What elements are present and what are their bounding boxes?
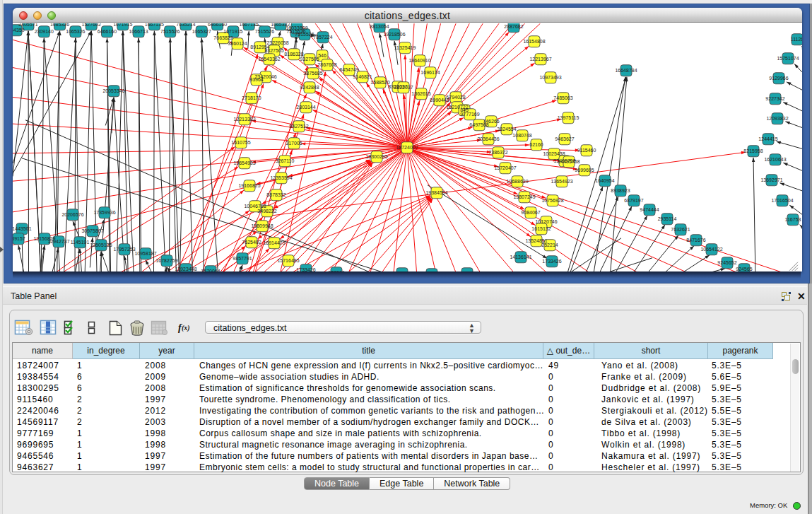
svg-text:1667135: 1667135 bbox=[240, 23, 259, 27]
svg-text:14136141: 14136141 bbox=[510, 255, 531, 259]
svg-text:20053346: 20053346 bbox=[102, 88, 124, 93]
svg-text:19654983: 19654983 bbox=[233, 160, 255, 165]
svg-text:9327505: 9327505 bbox=[300, 57, 319, 62]
svg-text:10958187: 10958187 bbox=[134, 251, 156, 256]
svg-text:1640954: 1640954 bbox=[595, 178, 614, 183]
svg-text:19218506: 19218506 bbox=[383, 32, 405, 37]
svg-text:6466160: 6466160 bbox=[208, 23, 227, 27]
svg-text:8454749: 8454749 bbox=[339, 67, 358, 72]
svg-text:16914479: 16914479 bbox=[263, 240, 285, 245]
svg-text:1080748: 1080748 bbox=[512, 133, 531, 138]
svg-text:16033809: 16033809 bbox=[286, 25, 307, 30]
svg-text:13654923: 13654923 bbox=[551, 179, 572, 184]
svg-text:(x): (x) bbox=[182, 324, 190, 332]
svg-text:8938923: 8938923 bbox=[611, 188, 630, 193]
svg-text:23226058: 23226058 bbox=[266, 40, 288, 45]
svg-text:8878332: 8878332 bbox=[266, 192, 286, 197]
svg-text:7515526: 7515526 bbox=[255, 29, 274, 34]
svg-text:12093832: 12093832 bbox=[766, 116, 788, 121]
svg-text:1071915: 1071915 bbox=[223, 29, 242, 34]
svg-text:9084067: 9084067 bbox=[521, 210, 540, 215]
svg-text:16648784: 16648784 bbox=[615, 68, 637, 73]
svg-text:20364436: 20364436 bbox=[477, 136, 499, 141]
svg-text:9245652: 9245652 bbox=[717, 260, 736, 265]
svg-text:15716485: 15716485 bbox=[277, 258, 299, 263]
svg-text:62160: 62160 bbox=[529, 142, 543, 147]
svg-text:8471676: 8471676 bbox=[686, 238, 705, 243]
svg-text:1696174: 1696174 bbox=[420, 70, 440, 75]
svg-text:7386372: 7386372 bbox=[488, 150, 507, 155]
svg-text:9146821: 9146821 bbox=[353, 74, 372, 79]
svg-text:7632621: 7632621 bbox=[671, 227, 690, 232]
svg-text:6466160: 6466160 bbox=[98, 29, 117, 34]
svg-text:14495758: 14495758 bbox=[558, 159, 579, 164]
svg-text:1733426: 1733426 bbox=[542, 259, 561, 264]
svg-text:317006: 317006 bbox=[286, 141, 302, 146]
svg-text:1588520: 1588520 bbox=[370, 80, 389, 85]
svg-text:7625402: 7625402 bbox=[242, 240, 261, 245]
svg-text:1667135: 1667135 bbox=[145, 23, 164, 27]
svg-text:1066713: 1066713 bbox=[129, 29, 148, 34]
svg-text:9474444: 9474444 bbox=[640, 207, 659, 212]
svg-text:9777169: 9777169 bbox=[460, 112, 479, 117]
svg-text:20206576: 20206576 bbox=[61, 212, 83, 217]
svg-text:16154808: 16154808 bbox=[523, 39, 545, 44]
svg-text:18724007: 18724007 bbox=[396, 145, 418, 150]
svg-text:1071915: 1071915 bbox=[113, 23, 132, 27]
svg-text:3267110: 3267110 bbox=[276, 158, 295, 163]
svg-text:17957253: 17957253 bbox=[113, 247, 135, 252]
svg-text:11126: 11126 bbox=[791, 37, 802, 42]
svg-text:7485063: 7485063 bbox=[553, 95, 572, 100]
svg-text:924565: 924565 bbox=[736, 267, 752, 271]
svg-text:144350: 144350 bbox=[13, 28, 25, 33]
svg-text:8427512: 8427512 bbox=[289, 124, 308, 129]
svg-text:1244415: 1244415 bbox=[758, 136, 777, 141]
svg-text:30975867: 30975867 bbox=[81, 228, 103, 233]
svg-text:7663822: 7663822 bbox=[213, 35, 233, 40]
svg-text:1610755: 1610755 bbox=[231, 140, 250, 145]
svg-text:15720407: 15720407 bbox=[494, 165, 516, 170]
svg-text:18300295: 18300295 bbox=[365, 154, 387, 159]
svg-text:10025438: 10025438 bbox=[543, 151, 565, 156]
svg-text:18640910: 18640910 bbox=[408, 58, 430, 63]
svg-text:9227342: 9227342 bbox=[765, 96, 784, 101]
svg-text:1065327: 1065327 bbox=[192, 29, 211, 34]
svg-text:11325419: 11325419 bbox=[394, 45, 416, 50]
svg-text:1615132: 1615132 bbox=[531, 226, 551, 231]
svg-text:6794028: 6794028 bbox=[446, 95, 465, 100]
svg-text:12942737: 12942737 bbox=[47, 239, 69, 244]
svg-text:16210643: 16210643 bbox=[764, 157, 786, 162]
svg-text:7515526: 7515526 bbox=[160, 29, 180, 34]
svg-text:2887682: 2887682 bbox=[504, 24, 523, 29]
svg-text:15751074: 15751074 bbox=[777, 56, 799, 61]
svg-text:12213382: 12213382 bbox=[233, 117, 255, 122]
svg-text:1443501: 1443501 bbox=[13, 226, 32, 231]
svg-text:7635214: 7635214 bbox=[176, 23, 195, 27]
svg-text:9699695: 9699695 bbox=[575, 168, 594, 173]
svg-text:13807249: 13807249 bbox=[513, 194, 535, 199]
svg-text:7857224: 7857224 bbox=[313, 35, 332, 40]
svg-text:13975115: 13975115 bbox=[558, 115, 579, 120]
svg-text:3822037: 3822037 bbox=[394, 85, 413, 90]
svg-text:1527602: 1527602 bbox=[82, 23, 101, 27]
svg-text:1362615: 1362615 bbox=[411, 91, 430, 96]
svg-text:12923448: 12923448 bbox=[175, 267, 196, 271]
svg-text:9242848: 9242848 bbox=[300, 85, 319, 90]
svg-text:2718170: 2718170 bbox=[242, 95, 261, 100]
svg-text:39157: 39157 bbox=[13, 236, 25, 241]
svg-text:19384554: 19384554 bbox=[425, 190, 447, 195]
svg-text:2309140: 2309140 bbox=[35, 29, 54, 34]
svg-text:116753: 116753 bbox=[785, 217, 801, 222]
svg-text:17359936: 17359936 bbox=[93, 210, 115, 215]
svg-text:12353594: 12353594 bbox=[270, 175, 292, 180]
svg-text:3498222: 3498222 bbox=[257, 209, 276, 214]
svg-text:10756928: 10756928 bbox=[541, 198, 563, 203]
svg-text:3824554: 3824554 bbox=[497, 127, 516, 132]
svg-text:9463627: 9463627 bbox=[555, 136, 574, 141]
svg-text:746266: 746266 bbox=[483, 119, 499, 124]
svg-text:8215958: 8215958 bbox=[743, 148, 763, 153]
svg-text:10688639: 10688639 bbox=[506, 179, 528, 184]
svg-text:7515526: 7515526 bbox=[295, 32, 314, 37]
svg-text:546: 546 bbox=[318, 53, 326, 58]
svg-text:12213967: 12213967 bbox=[529, 57, 551, 62]
